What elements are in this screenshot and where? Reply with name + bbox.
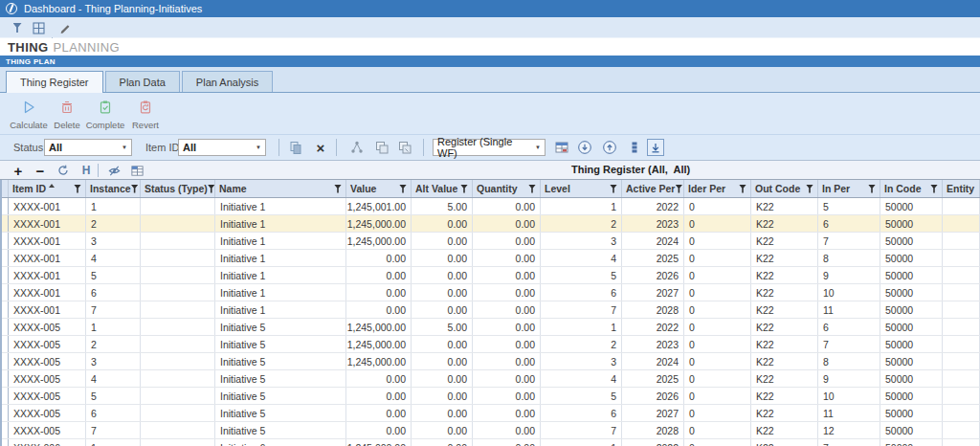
cell[interactable]: 8 bbox=[818, 250, 880, 266]
column-header-level[interactable]: Level bbox=[541, 180, 622, 197]
cell[interactable]: XXXX-005 bbox=[9, 336, 86, 352]
cell[interactable]: Initiative 5 bbox=[215, 336, 346, 352]
cell[interactable]: K22 bbox=[751, 388, 818, 404]
cell[interactable]: 50000 bbox=[880, 250, 943, 266]
cell[interactable]: 0.00 bbox=[412, 215, 473, 232]
cell[interactable]: 2022 bbox=[622, 198, 684, 214]
table-row[interactable]: XXXX-0013Initiative 11,245,000.000.000.0… bbox=[0, 233, 980, 250]
cell[interactable]: 0 bbox=[684, 301, 751, 318]
cell[interactable]: 0.00 bbox=[346, 250, 412, 266]
settings-icon[interactable] bbox=[31, 20, 46, 35]
cell[interactable]: 5.00 bbox=[412, 319, 473, 335]
cell[interactable]: 0.00 bbox=[473, 284, 541, 301]
cell[interactable]: 1,245,000.00 bbox=[346, 233, 412, 249]
cell[interactable]: 0.00 bbox=[346, 284, 412, 301]
cell[interactable]: 5 bbox=[818, 198, 880, 214]
cell[interactable]: 10 bbox=[818, 284, 880, 301]
filter-icon[interactable] bbox=[10, 20, 25, 35]
cell[interactable]: 1,245,000.00 bbox=[346, 353, 412, 369]
cell[interactable] bbox=[943, 301, 980, 318]
hide-eye-icon[interactable] bbox=[105, 162, 122, 179]
item-id-dropdown[interactable]: All▼ bbox=[178, 139, 266, 156]
cell[interactable]: 0.00 bbox=[412, 405, 473, 421]
cell[interactable]: 2028 bbox=[622, 422, 684, 438]
cell[interactable]: 0.00 bbox=[473, 370, 541, 387]
cell[interactable]: 0.00 bbox=[412, 370, 473, 387]
table-row[interactable]: XXXX-0056Initiative 50.000.000.00620270K… bbox=[0, 405, 980, 422]
cell[interactable]: 0 bbox=[684, 215, 751, 232]
column-filter-icon[interactable] bbox=[806, 185, 813, 193]
register-dropdown[interactable]: Register (Single WF)▼ bbox=[433, 139, 546, 156]
cell[interactable]: 50000 bbox=[880, 233, 943, 249]
cell[interactable]: 9 bbox=[818, 370, 880, 387]
cell[interactable]: 50000 bbox=[880, 215, 943, 232]
cell[interactable]: K22 bbox=[751, 353, 818, 369]
complete-button[interactable]: Complete bbox=[84, 98, 126, 130]
cell[interactable]: 2026 bbox=[622, 388, 684, 404]
cell[interactable]: 50000 bbox=[880, 388, 943, 404]
cell[interactable]: 11 bbox=[818, 405, 880, 421]
column-header-entity[interactable]: Entity bbox=[943, 180, 980, 197]
cell[interactable]: 50000 bbox=[880, 370, 943, 387]
cell[interactable]: 0.00 bbox=[346, 405, 412, 421]
cell[interactable]: 5 bbox=[541, 267, 622, 283]
cell[interactable]: 0.00 bbox=[346, 422, 412, 438]
cell[interactable]: 5 bbox=[86, 267, 141, 283]
branch-icon[interactable] bbox=[348, 139, 366, 156]
cell[interactable]: 0.00 bbox=[473, 250, 541, 266]
cell[interactable] bbox=[943, 250, 980, 266]
cell[interactable]: K22 bbox=[751, 319, 818, 335]
cell[interactable]: 0 bbox=[684, 336, 751, 352]
cell[interactable]: XXXX-005 bbox=[9, 353, 86, 369]
cell[interactable]: 7 bbox=[818, 336, 880, 352]
cell[interactable]: K22 bbox=[751, 250, 818, 266]
cell[interactable]: 5 bbox=[541, 388, 622, 404]
table-row[interactable]: XXXX-0061Initiative 61,245,000.000.000.0… bbox=[0, 439, 980, 446]
table-icon[interactable] bbox=[553, 139, 570, 156]
cell[interactable]: 1,245,000.00 bbox=[346, 439, 412, 446]
cell[interactable]: 0.00 bbox=[473, 405, 541, 421]
cell[interactable]: 6 bbox=[86, 284, 141, 301]
cell[interactable]: 0 bbox=[684, 284, 751, 301]
cell[interactable]: Initiative 5 bbox=[215, 405, 346, 421]
cell[interactable]: 0.00 bbox=[473, 301, 541, 318]
cell[interactable]: 1 bbox=[541, 439, 622, 446]
cell[interactable]: XXXX-001 bbox=[9, 301, 86, 318]
circle-down-arrow-icon[interactable] bbox=[576, 139, 593, 156]
cell[interactable]: 0 bbox=[684, 233, 751, 249]
table-row[interactable]: XXXX-0015Initiative 10.000.000.00520260K… bbox=[0, 267, 980, 284]
cell[interactable]: XXXX-005 bbox=[9, 319, 86, 335]
cell[interactable]: Initiative 1 bbox=[215, 284, 346, 301]
cell[interactable]: 2022 bbox=[622, 319, 684, 335]
cell[interactable]: 1 bbox=[541, 319, 622, 335]
tab-plan-data[interactable]: Plan Data bbox=[105, 71, 180, 92]
column-filter-icon[interactable] bbox=[610, 185, 617, 193]
cell[interactable]: 0 bbox=[684, 250, 751, 266]
cell[interactable]: 0.00 bbox=[346, 301, 412, 318]
cell[interactable]: XXXX-001 bbox=[9, 267, 86, 283]
cell[interactable] bbox=[943, 267, 980, 283]
cell[interactable] bbox=[141, 439, 215, 446]
cell[interactable]: 0 bbox=[684, 198, 751, 214]
cell[interactable]: K22 bbox=[751, 336, 818, 352]
column-header-ider-per[interactable]: Ider Per bbox=[684, 180, 751, 197]
cell[interactable]: 0.00 bbox=[473, 439, 541, 446]
cell[interactable]: XXXX-005 bbox=[9, 370, 86, 387]
cell[interactable]: 0 bbox=[684, 422, 751, 438]
cell[interactable]: 12 bbox=[818, 422, 880, 438]
column-filter-icon[interactable] bbox=[460, 185, 468, 193]
cell[interactable] bbox=[943, 370, 980, 387]
cell[interactable]: 0.00 bbox=[412, 336, 473, 352]
cell[interactable]: 6 bbox=[818, 215, 880, 232]
table-row[interactable]: XXXX-0017Initiative 10.000.000.00720280K… bbox=[0, 301, 980, 319]
column-filter-icon[interactable] bbox=[399, 185, 407, 193]
cell[interactable]: Initiative 5 bbox=[215, 388, 346, 404]
tab-plan-analysis[interactable]: Plan Analysis bbox=[182, 71, 273, 92]
cell[interactable]: Initiative 1 bbox=[215, 233, 346, 249]
cell[interactable]: 2025 bbox=[622, 370, 684, 387]
cell[interactable] bbox=[943, 405, 980, 421]
column-header-name[interactable]: Name bbox=[215, 180, 346, 197]
cell[interactable]: 6 bbox=[86, 405, 141, 421]
cell[interactable]: 1,245,000.00 bbox=[346, 336, 412, 352]
cell[interactable]: 1 bbox=[86, 319, 141, 335]
